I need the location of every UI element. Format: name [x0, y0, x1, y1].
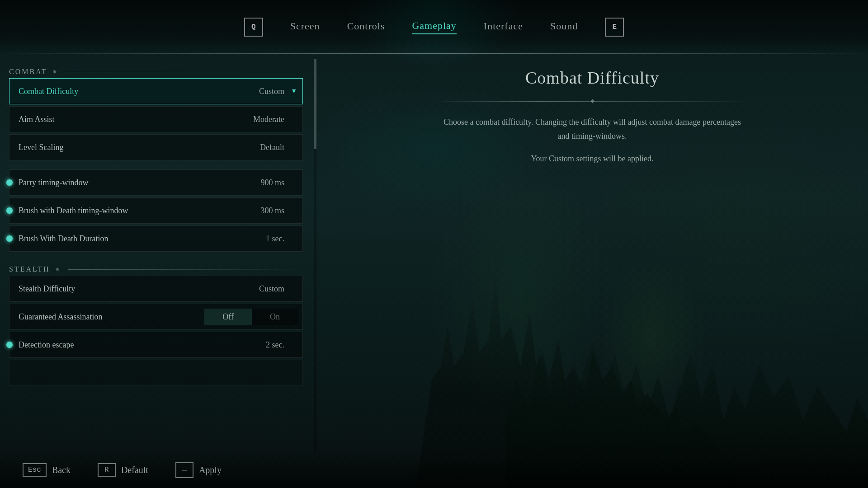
scroll-thumb[interactable]: [314, 59, 316, 149]
apply-label: Apply: [199, 465, 222, 475]
nav-key-right[interactable]: E: [605, 18, 624, 37]
stealth-difficulty-label: Stealth Difficulty: [9, 284, 259, 294]
detail-title: Combat Difficulty: [525, 68, 659, 88]
aim-assist-value: Moderate: [253, 115, 302, 124]
stealth-difficulty-row[interactable]: Stealth Difficulty Custom: [9, 276, 303, 302]
nav-item-interface[interactable]: Interface: [484, 20, 523, 34]
combat-section-header: COMBAT ⁕: [9, 63, 303, 78]
brush-duration-dot: [6, 235, 13, 242]
next-setting-row[interactable]: [9, 360, 303, 386]
brush-timing-row[interactable]: Brush with Death timing-window 300 ms: [9, 197, 303, 224]
detail-divider: [434, 101, 750, 102]
section-divider-icon: ⁕: [52, 68, 59, 76]
back-key: Esc: [23, 463, 47, 477]
combat-difficulty-row[interactable]: Combat Difficulty Custom ▼: [9, 78, 303, 104]
toggle-off-option[interactable]: Off: [204, 309, 252, 325]
brush-timing-dot: [6, 207, 13, 214]
apply-action[interactable]: — Apply: [175, 462, 222, 478]
guaranteed-assassination-toggle[interactable]: Off On: [204, 309, 298, 325]
parry-timing-value: 900 ms: [260, 178, 302, 188]
right-panel: Combat Difficulty Choose a combat diffic…: [316, 59, 868, 452]
nav-item-screen[interactable]: Screen: [290, 20, 320, 34]
nav-item-gameplay[interactable]: Gameplay: [412, 20, 456, 34]
bottom-bar: Esc Back R Default — Apply: [0, 452, 868, 488]
nav-underline: [0, 53, 868, 54]
combat-difficulty-label: Combat Difficulty: [9, 87, 259, 96]
detail-custom-note: Your Custom settings will be applied.: [531, 154, 653, 164]
brush-timing-label: Brush with Death timing-window: [9, 206, 260, 216]
combat-difficulty-dropdown-arrow: ▼: [291, 88, 297, 95]
brush-duration-value: 1 sec.: [266, 234, 302, 244]
brush-duration-label: Brush With Death Duration: [9, 234, 266, 244]
settings-list: COMBAT ⁕ Combat Difficulty Custom ▼ Aim …: [0, 59, 316, 392]
gap2: [9, 253, 303, 261]
guaranteed-assassination-row[interactable]: Guaranteed Assassination Off On: [9, 304, 303, 330]
stealth-section-header: STEALTH ⁕: [9, 261, 303, 276]
detection-escape-label: Detection escape: [9, 340, 266, 350]
detail-description: Choose a combat difficulty. Changing the…: [439, 115, 746, 143]
brush-duration-row[interactable]: Brush With Death Duration 1 sec.: [9, 225, 303, 252]
back-label: Back: [52, 465, 71, 475]
level-scaling-label: Level Scaling: [9, 143, 260, 152]
parry-timing-row[interactable]: Parry timing-window 900 ms: [9, 169, 303, 196]
parry-timing-label: Parry timing-window: [9, 178, 260, 188]
default-action[interactable]: R Default: [98, 463, 148, 477]
stealth-section-label: STEALTH: [9, 265, 50, 273]
default-label: Default: [121, 465, 148, 475]
guaranteed-assassination-label: Guaranteed Assassination: [9, 312, 204, 322]
level-scaling-value: Default: [260, 143, 302, 152]
nav-items: Q Screen Controls Gameplay Interface Sou…: [244, 18, 624, 37]
scroll-track[interactable]: [314, 59, 316, 452]
gap1: [9, 162, 303, 169]
nav-item-controls[interactable]: Controls: [347, 20, 385, 34]
left-panel-wrapper: COMBAT ⁕ Combat Difficulty Custom ▼ Aim …: [0, 59, 316, 452]
nav-key-left[interactable]: Q: [244, 18, 263, 37]
combat-section-label: COMBAT: [9, 68, 47, 76]
brush-timing-value: 300 ms: [260, 206, 302, 216]
level-scaling-row[interactable]: Level Scaling Default: [9, 134, 303, 160]
detection-escape-value: 2 sec.: [266, 340, 302, 350]
detection-escape-row[interactable]: Detection escape 2 sec.: [9, 332, 303, 358]
detection-escape-dot: [6, 342, 13, 348]
aim-assist-row[interactable]: Aim Assist Moderate: [9, 106, 303, 132]
stealth-difficulty-value: Custom: [259, 284, 302, 294]
nav-item-sound[interactable]: Sound: [550, 20, 578, 34]
top-nav: Q Screen Controls Gameplay Interface Sou…: [0, 0, 868, 54]
aim-assist-label: Aim Assist: [9, 115, 253, 124]
back-action[interactable]: Esc Back: [23, 463, 71, 477]
stealth-divider-icon: ⁕: [55, 266, 61, 273]
main-layout: COMBAT ⁕ Combat Difficulty Custom ▼ Aim …: [0, 59, 868, 452]
toggle-on-option[interactable]: On: [252, 309, 298, 325]
parry-dot: [6, 179, 13, 186]
default-key: R: [98, 463, 116, 477]
apply-key: —: [175, 462, 193, 478]
